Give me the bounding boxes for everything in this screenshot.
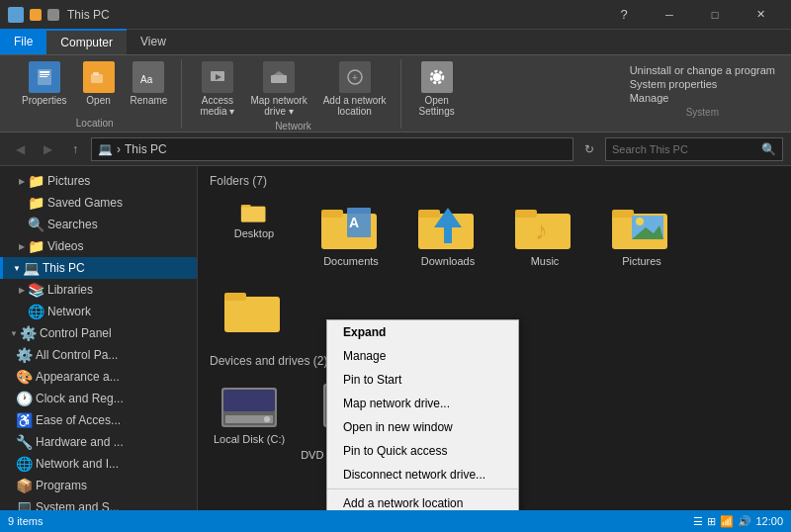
ribbon-btn-open-settings[interactable]: OpenSettings bbox=[413, 59, 461, 119]
folder-extra[interactable] bbox=[210, 279, 299, 342]
pictures-label: Pictures bbox=[622, 255, 661, 267]
videos-icon: 📁 bbox=[28, 238, 44, 254]
sidebar-label-network: Network bbox=[47, 305, 91, 318]
sidebar-item-videos[interactable]: ▶ 📁 Videos bbox=[0, 235, 197, 257]
context-item-map-drive[interactable]: Map network drive... bbox=[327, 392, 518, 415]
sidebar-item-appearance[interactable]: 🎨 Appearance a... bbox=[0, 366, 197, 388]
sidebar-item-control-panel[interactable]: ▼ ⚙️ Control Panel bbox=[0, 322, 197, 344]
tab-file[interactable]: File bbox=[0, 29, 46, 54]
music-label: Music bbox=[531, 255, 560, 267]
context-menu: Expand Manage Pin to Start Map network d… bbox=[326, 319, 519, 510]
sidebar-item-hardware[interactable]: 🔧 Hardware and ... bbox=[0, 431, 197, 453]
folder-music[interactable]: ♪ Music bbox=[500, 196, 589, 271]
ribbon-network-items: Accessmedia ▾ Map networkdrive ▾ + Add a… bbox=[194, 59, 392, 119]
minimize-btn[interactable]: ─ bbox=[647, 0, 692, 30]
folder-desktop[interactable]: Desktop bbox=[210, 196, 299, 271]
svg-rect-1 bbox=[40, 71, 49, 73]
sidebar-label-searches: Searches bbox=[47, 218, 98, 231]
sidebar-item-searches[interactable]: ▶ 🔍 Searches bbox=[0, 214, 197, 235]
folders-header: Folders (7) bbox=[198, 166, 791, 192]
system-properties[interactable]: System properties bbox=[630, 77, 775, 91]
ribbon-btn-properties[interactable]: Properties bbox=[16, 59, 73, 108]
tab-computer[interactable]: Computer bbox=[46, 29, 127, 54]
address-separator: › bbox=[117, 142, 121, 156]
libraries-arrow: ▶ bbox=[16, 284, 28, 296]
context-item-disconnect[interactable]: Disconnect network drive... bbox=[327, 463, 518, 487]
open-settings-label: OpenSettings bbox=[419, 95, 455, 117]
sidebar-item-system[interactable]: 💻 System and S... bbox=[0, 496, 197, 510]
context-separator-1 bbox=[327, 488, 518, 489]
svg-rect-2 bbox=[40, 74, 49, 75]
status-bar: 9 items ☰ ⊞ 📶 🔊 12:00 bbox=[0, 510, 791, 532]
local-disk-label: Local Disk (C:) bbox=[214, 433, 285, 445]
maximize-btn[interactable]: □ bbox=[692, 0, 738, 30]
context-item-pin-start[interactable]: Pin to Start bbox=[327, 368, 518, 392]
context-item-pin-quick[interactable]: Pin to Quick access bbox=[327, 439, 518, 463]
sidebar-item-all-control-panel[interactable]: ⚙️ All Control Pa... bbox=[0, 344, 197, 366]
close-btn[interactable]: ✕ bbox=[738, 0, 783, 30]
ribbon-btn-open[interactable]: Open bbox=[77, 59, 121, 108]
network-and-icon: 🌐 bbox=[16, 456, 32, 472]
context-item-expand[interactable]: Expand bbox=[327, 320, 518, 344]
forward-button[interactable]: ▶ bbox=[36, 137, 59, 161]
svg-text:A: A bbox=[349, 215, 359, 230]
ribbon-btn-rename[interactable]: Aa Rename bbox=[125, 59, 174, 108]
ribbon-btn-add-network[interactable]: + Add a networklocation bbox=[317, 59, 393, 119]
help-btn[interactable]: ? bbox=[601, 0, 647, 30]
media-label: Accessmedia ▾ bbox=[200, 95, 234, 117]
context-item-manage[interactable]: Manage bbox=[327, 344, 518, 368]
sidebar-label-videos: Videos bbox=[47, 239, 83, 253]
sidebar-item-network[interactable]: ▶ 🌐 Network bbox=[0, 301, 197, 322]
app-icon-2 bbox=[30, 9, 42, 21]
sidebar-item-network-and[interactable]: 🌐 Network and I... bbox=[0, 453, 197, 475]
folder-documents[interactable]: A Documents bbox=[307, 196, 396, 271]
search-box[interactable]: 🔍 bbox=[605, 137, 783, 161]
sidebar-item-this-pc[interactable]: ▼ 💻 This PC bbox=[0, 257, 197, 279]
up-button[interactable]: ↑ bbox=[63, 137, 87, 161]
sidebar-item-libraries[interactable]: ▶ 📚 Libraries bbox=[0, 279, 197, 301]
sidebar-label-ease: Ease of Acces... bbox=[36, 413, 121, 427]
status-right-icons: ☰ ⊞ 📶 🔊 12:00 bbox=[693, 515, 783, 528]
sidebar-label-pictures: Pictures bbox=[47, 174, 90, 188]
documents-label: Documents bbox=[323, 255, 379, 267]
network-group-label: Network bbox=[275, 121, 311, 132]
app-icon-1 bbox=[8, 7, 24, 23]
sidebar-item-programs[interactable]: 📦 Programs bbox=[0, 475, 197, 496]
ribbon-btn-access-media[interactable]: Accessmedia ▾ bbox=[194, 59, 240, 119]
svg-text:+: + bbox=[352, 72, 358, 83]
uninstall-program[interactable]: Uninstall or change a program bbox=[630, 63, 775, 77]
sidebar-item-saved-games[interactable]: ▶ 📁 Saved Games bbox=[0, 192, 197, 214]
address-box[interactable]: 💻 › This PC bbox=[91, 137, 573, 161]
search-input[interactable] bbox=[612, 143, 757, 155]
add-network-label: Add a networklocation bbox=[323, 95, 387, 117]
refresh-button[interactable]: ↻ bbox=[577, 137, 601, 161]
system-icon: 💻 bbox=[16, 499, 32, 510]
map-drive-icon bbox=[263, 61, 295, 93]
desktop-label: Desktop bbox=[234, 227, 274, 239]
sidebar-label-control-panel: Control Panel bbox=[40, 326, 112, 340]
gear-icon bbox=[421, 61, 453, 93]
ribbon-btn-map-drive[interactable]: Map networkdrive ▾ bbox=[244, 59, 312, 119]
tab-view[interactable]: View bbox=[127, 29, 180, 54]
clock-icon: 🕐 bbox=[16, 391, 32, 406]
view-icon-2[interactable]: ⊞ bbox=[707, 515, 716, 528]
sidebar-label-appearance: Appearance a... bbox=[36, 370, 120, 384]
folder-downloads[interactable]: Downloads bbox=[403, 196, 492, 271]
sidebar: ▶ 📁 Pictures ▶ 📁 Saved Games ▶ 🔍 Searche… bbox=[0, 166, 198, 510]
title-bar: This PC ? ─ □ ✕ bbox=[0, 0, 791, 30]
folder-pictures[interactable]: Pictures bbox=[597, 196, 686, 271]
ribbon-tabs: File Computer View bbox=[0, 30, 791, 55]
arrow-icon: ▶ bbox=[16, 175, 28, 187]
view-icon-1[interactable]: ☰ bbox=[693, 515, 703, 528]
this-pc-icon: 💻 bbox=[23, 260, 39, 276]
svg-text:Aa: Aa bbox=[140, 74, 153, 85]
sidebar-item-ease-of-access[interactable]: ♿ Ease of Acces... bbox=[0, 409, 197, 431]
sidebar-item-clock[interactable]: 🕐 Clock and Reg... bbox=[0, 388, 197, 409]
drive-local-disk[interactable]: Local Disk (C:) bbox=[210, 376, 289, 465]
context-item-add-network[interactable]: Add a network location bbox=[327, 491, 518, 510]
manage[interactable]: Manage bbox=[630, 91, 775, 105]
sidebar-item-pictures[interactable]: ▶ 📁 Pictures bbox=[0, 170, 197, 192]
ribbon-group-settings: OpenSettings bbox=[405, 59, 469, 129]
back-button[interactable]: ◀ bbox=[8, 137, 32, 161]
context-item-open-window[interactable]: Open in new window bbox=[327, 415, 518, 439]
